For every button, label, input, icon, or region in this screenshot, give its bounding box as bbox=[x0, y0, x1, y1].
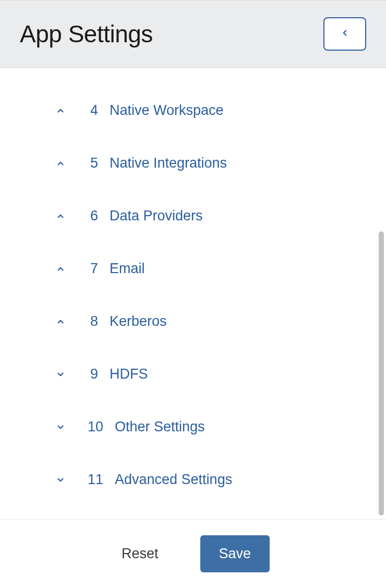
section-label: Email bbox=[110, 261, 145, 277]
back-button[interactable] bbox=[323, 17, 366, 51]
reset-button[interactable]: Reset bbox=[116, 536, 164, 571]
chevron-up-icon bbox=[54, 263, 67, 275]
section-native-integrations[interactable]: 5 Native Integrations bbox=[0, 137, 378, 190]
section-label: Native Integrations bbox=[110, 155, 227, 171]
section-other-settings[interactable]: 10 Other Settings bbox=[0, 401, 378, 453]
save-button[interactable]: Save bbox=[200, 535, 270, 572]
section-label: Data Providers bbox=[110, 208, 203, 224]
chevron-left-icon bbox=[340, 28, 349, 40]
chevron-up-icon bbox=[54, 104, 67, 117]
footer: Reset Save bbox=[0, 519, 386, 588]
section-number: 10 bbox=[86, 419, 103, 435]
section-advanced-settings[interactable]: 11 Advanced Settings bbox=[0, 453, 378, 506]
section-label: Kerberos bbox=[110, 313, 167, 330]
page-title: App Settings bbox=[20, 20, 153, 48]
section-label: Native Workspace bbox=[110, 102, 224, 119]
chevron-up-icon bbox=[54, 315, 67, 328]
section-native-workspace[interactable]: 4 Native Workspace bbox=[0, 84, 378, 137]
sections-list: 4 Native Workspace 5 Native Integrations… bbox=[0, 68, 378, 519]
chevron-up-icon bbox=[54, 157, 67, 170]
chevron-down-icon bbox=[54, 474, 67, 486]
chevron-up-icon bbox=[54, 210, 67, 222]
section-number: 4 bbox=[86, 102, 98, 119]
chevron-down-icon bbox=[54, 421, 67, 433]
section-number: 5 bbox=[86, 155, 98, 171]
section-label: HDFS bbox=[110, 366, 148, 382]
section-number: 11 bbox=[86, 472, 103, 488]
section-number: 8 bbox=[86, 313, 98, 330]
section-label: Other Settings bbox=[115, 419, 205, 435]
section-data-providers[interactable]: 6 Data Providers bbox=[0, 190, 378, 242]
section-email[interactable]: 7 Email bbox=[0, 242, 378, 295]
scrollbar[interactable] bbox=[378, 68, 386, 519]
section-hdfs[interactable]: 9 HDFS bbox=[0, 348, 378, 401]
section-label: Advanced Settings bbox=[115, 472, 232, 488]
section-number: 6 bbox=[86, 208, 98, 224]
header: App Settings bbox=[0, 0, 386, 68]
chevron-down-icon bbox=[54, 368, 67, 381]
content-area: 4 Native Workspace 5 Native Integrations… bbox=[0, 68, 386, 519]
section-number: 9 bbox=[86, 366, 98, 382]
section-number: 7 bbox=[86, 261, 98, 277]
section-kerberos[interactable]: 8 Kerberos bbox=[0, 295, 378, 348]
scrollbar-thumb[interactable] bbox=[379, 231, 384, 515]
